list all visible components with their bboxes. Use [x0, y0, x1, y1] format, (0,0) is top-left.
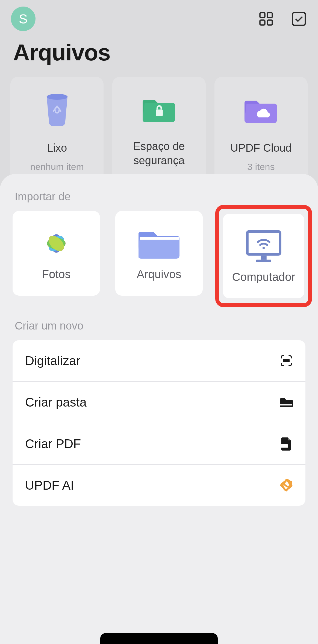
svg-rect-38 [256, 260, 271, 262]
updf-ai-icon [280, 479, 293, 492]
import-label: Fotos [42, 268, 70, 281]
photos-icon [36, 226, 77, 261]
computer-wifi-icon [243, 228, 284, 264]
card-subtitle: 3 itens [247, 161, 275, 172]
checkbox-icon [291, 11, 307, 27]
create-section-label: Criar um novo [15, 320, 305, 332]
svg-rect-4 [293, 13, 305, 25]
svg-rect-3 [267, 20, 272, 25]
card-title: UPDF Cloud [230, 141, 292, 155]
folder-solid-icon [280, 396, 293, 409]
scan-icon [280, 354, 293, 367]
bottom-sheet: Importar de Fotos [0, 174, 318, 644]
create-scan[interactable]: Digitalizar [13, 340, 305, 382]
import-row: Fotos Arquivos [13, 211, 305, 301]
svg-rect-1 [267, 13, 272, 18]
grid-view-button[interactable] [258, 11, 274, 27]
header-bar: S [0, 0, 318, 31]
card-title: Espaço de segurança [112, 139, 205, 167]
svg-rect-35 [140, 237, 179, 240]
import-section-label: Importar de [15, 190, 305, 203]
svg-point-5 [46, 94, 67, 100]
create-pdf[interactable]: Criar PDF [13, 423, 305, 465]
grid-icon [259, 11, 273, 26]
pdf-file-icon [280, 437, 293, 450]
home-indicator[interactable] [100, 633, 218, 644]
card-subtitle: nenhum item [30, 161, 84, 172]
lock-folder-icon [143, 93, 175, 124]
create-item-label: Digitalizar [25, 353, 80, 368]
svg-point-39 [263, 247, 265, 249]
svg-rect-41 [280, 404, 292, 405]
trash-icon [41, 93, 73, 126]
create-section: Criar um novo Digitalizar Criar pasta [13, 320, 305, 506]
svg-rect-2 [260, 20, 265, 25]
import-computer[interactable]: Computador [223, 214, 304, 298]
create-item-label: Criar pasta [25, 395, 87, 410]
create-item-label: Criar PDF [25, 436, 81, 451]
cloud-folder-icon [245, 93, 277, 126]
import-label: Computador [232, 270, 295, 284]
svg-rect-6 [156, 110, 163, 116]
create-list: Digitalizar Criar pasta [13, 340, 305, 506]
highlight-annotation: Computador [215, 205, 312, 307]
import-photos[interactable]: Fotos [13, 211, 100, 296]
select-button[interactable] [291, 11, 307, 27]
svg-rect-37 [261, 255, 266, 260]
import-files[interactable]: Arquivos [115, 211, 203, 296]
create-item-label: UPDF AI [25, 478, 74, 493]
create-folder[interactable]: Criar pasta [13, 382, 305, 423]
avatar[interactable]: S [11, 7, 36, 31]
svg-rect-40 [283, 359, 290, 362]
svg-rect-0 [260, 13, 265, 18]
import-label: Arquivos [137, 268, 181, 281]
create-updf-ai[interactable]: UPDF AI [13, 465, 305, 506]
card-title: Lixo [47, 141, 67, 155]
page-title: Arquivos [0, 31, 318, 71]
folder-icon [139, 226, 179, 261]
